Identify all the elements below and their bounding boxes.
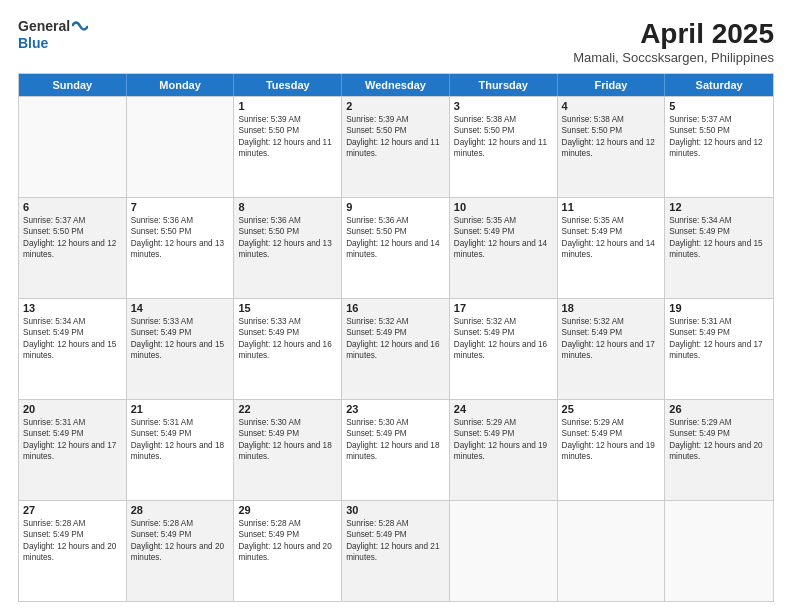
calendar-header-day: Thursday [450,74,558,96]
sunset-text: Sunset: 5:49 PM [346,428,445,439]
calendar-week: 6 Sunrise: 5:37 AM Sunset: 5:50 PM Dayli… [19,197,773,298]
daylight-text: Daylight: 12 hours and 14 minutes. [346,238,445,261]
sunrise-text: Sunrise: 5:38 AM [562,114,661,125]
calendar-cell: 10 Sunrise: 5:35 AM Sunset: 5:49 PM Dayl… [450,198,558,298]
calendar-header-day: Tuesday [234,74,342,96]
logo: General Blue [18,18,88,52]
calendar-cell: 13 Sunrise: 5:34 AM Sunset: 5:49 PM Dayl… [19,299,127,399]
day-number: 28 [131,504,230,516]
calendar-cell: 17 Sunrise: 5:32 AM Sunset: 5:49 PM Dayl… [450,299,558,399]
daylight-text: Daylight: 12 hours and 19 minutes. [454,440,553,463]
daylight-text: Daylight: 12 hours and 15 minutes. [669,238,769,261]
sunset-text: Sunset: 5:50 PM [454,125,553,136]
daylight-text: Daylight: 12 hours and 14 minutes. [562,238,661,261]
sunrise-text: Sunrise: 5:32 AM [562,316,661,327]
day-number: 14 [131,302,230,314]
calendar-cell: 20 Sunrise: 5:31 AM Sunset: 5:49 PM Dayl… [19,400,127,500]
sunset-text: Sunset: 5:49 PM [669,428,769,439]
calendar-body: 1 Sunrise: 5:39 AM Sunset: 5:50 PM Dayli… [19,96,773,601]
day-number: 23 [346,403,445,415]
calendar-header: SundayMondayTuesdayWednesdayThursdayFrid… [19,74,773,96]
sunset-text: Sunset: 5:50 PM [23,226,122,237]
daylight-text: Daylight: 12 hours and 13 minutes. [131,238,230,261]
sunrise-text: Sunrise: 5:31 AM [669,316,769,327]
sunset-text: Sunset: 5:49 PM [454,226,553,237]
day-number: 12 [669,201,769,213]
daylight-text: Daylight: 12 hours and 20 minutes. [669,440,769,463]
daylight-text: Daylight: 12 hours and 18 minutes. [238,440,337,463]
daylight-text: Daylight: 12 hours and 20 minutes. [131,541,230,564]
daylight-text: Daylight: 12 hours and 15 minutes. [131,339,230,362]
calendar-week: 20 Sunrise: 5:31 AM Sunset: 5:49 PM Dayl… [19,399,773,500]
calendar-cell: 28 Sunrise: 5:28 AM Sunset: 5:49 PM Dayl… [127,501,235,601]
daylight-text: Daylight: 12 hours and 11 minutes. [346,137,445,160]
sunset-text: Sunset: 5:49 PM [23,529,122,540]
sunrise-text: Sunrise: 5:31 AM [131,417,230,428]
calendar-cell: 23 Sunrise: 5:30 AM Sunset: 5:49 PM Dayl… [342,400,450,500]
sunrise-text: Sunrise: 5:34 AM [669,215,769,226]
calendar-week: 27 Sunrise: 5:28 AM Sunset: 5:49 PM Dayl… [19,500,773,601]
daylight-text: Daylight: 12 hours and 17 minutes. [669,339,769,362]
calendar-cell: 6 Sunrise: 5:37 AM Sunset: 5:50 PM Dayli… [19,198,127,298]
calendar-header-day: Monday [127,74,235,96]
calendar-cell: 25 Sunrise: 5:29 AM Sunset: 5:49 PM Dayl… [558,400,666,500]
calendar-header-day: Saturday [665,74,773,96]
daylight-text: Daylight: 12 hours and 20 minutes. [238,541,337,564]
calendar-cell: 5 Sunrise: 5:37 AM Sunset: 5:50 PM Dayli… [665,97,773,197]
sunrise-text: Sunrise: 5:36 AM [131,215,230,226]
sunset-text: Sunset: 5:50 PM [131,226,230,237]
sunset-text: Sunset: 5:50 PM [669,125,769,136]
day-number: 9 [346,201,445,213]
calendar-cell [450,501,558,601]
sunset-text: Sunset: 5:49 PM [131,529,230,540]
sunset-text: Sunset: 5:49 PM [238,529,337,540]
sunset-text: Sunset: 5:50 PM [346,125,445,136]
day-number: 10 [454,201,553,213]
sunset-text: Sunset: 5:49 PM [454,428,553,439]
day-number: 7 [131,201,230,213]
daylight-text: Daylight: 12 hours and 12 minutes. [669,137,769,160]
day-number: 11 [562,201,661,213]
calendar-cell: 22 Sunrise: 5:30 AM Sunset: 5:49 PM Dayl… [234,400,342,500]
calendar-cell [19,97,127,197]
daylight-text: Daylight: 12 hours and 14 minutes. [454,238,553,261]
day-number: 13 [23,302,122,314]
calendar-header-day: Wednesday [342,74,450,96]
daylight-text: Daylight: 12 hours and 11 minutes. [454,137,553,160]
day-number: 25 [562,403,661,415]
calendar-cell: 12 Sunrise: 5:34 AM Sunset: 5:49 PM Dayl… [665,198,773,298]
day-number: 22 [238,403,337,415]
sunset-text: Sunset: 5:49 PM [23,327,122,338]
day-number: 6 [23,201,122,213]
calendar-cell: 4 Sunrise: 5:38 AM Sunset: 5:50 PM Dayli… [558,97,666,197]
sunset-text: Sunset: 5:49 PM [131,327,230,338]
day-number: 19 [669,302,769,314]
sunrise-text: Sunrise: 5:28 AM [238,518,337,529]
sunrise-text: Sunrise: 5:30 AM [238,417,337,428]
calendar-cell [558,501,666,601]
sunrise-text: Sunrise: 5:33 AM [238,316,337,327]
calendar-cell [127,97,235,197]
sunset-text: Sunset: 5:49 PM [238,327,337,338]
sunset-text: Sunset: 5:49 PM [346,327,445,338]
sunrise-text: Sunrise: 5:29 AM [454,417,553,428]
day-number: 1 [238,100,337,112]
title-month: April 2025 [573,18,774,50]
daylight-text: Daylight: 12 hours and 21 minutes. [346,541,445,564]
sunset-text: Sunset: 5:49 PM [238,428,337,439]
sunrise-text: Sunrise: 5:35 AM [562,215,661,226]
calendar-cell: 15 Sunrise: 5:33 AM Sunset: 5:49 PM Dayl… [234,299,342,399]
sunrise-text: Sunrise: 5:31 AM [23,417,122,428]
daylight-text: Daylight: 12 hours and 11 minutes. [238,137,337,160]
sunset-text: Sunset: 5:49 PM [454,327,553,338]
daylight-text: Daylight: 12 hours and 17 minutes. [23,440,122,463]
daylight-text: Daylight: 12 hours and 12 minutes. [562,137,661,160]
calendar-header-day: Sunday [19,74,127,96]
daylight-text: Daylight: 12 hours and 16 minutes. [238,339,337,362]
sunrise-text: Sunrise: 5:33 AM [131,316,230,327]
calendar-cell: 27 Sunrise: 5:28 AM Sunset: 5:49 PM Dayl… [19,501,127,601]
sunrise-text: Sunrise: 5:30 AM [346,417,445,428]
sunset-text: Sunset: 5:50 PM [238,125,337,136]
sunrise-text: Sunrise: 5:32 AM [346,316,445,327]
daylight-text: Daylight: 12 hours and 18 minutes. [346,440,445,463]
